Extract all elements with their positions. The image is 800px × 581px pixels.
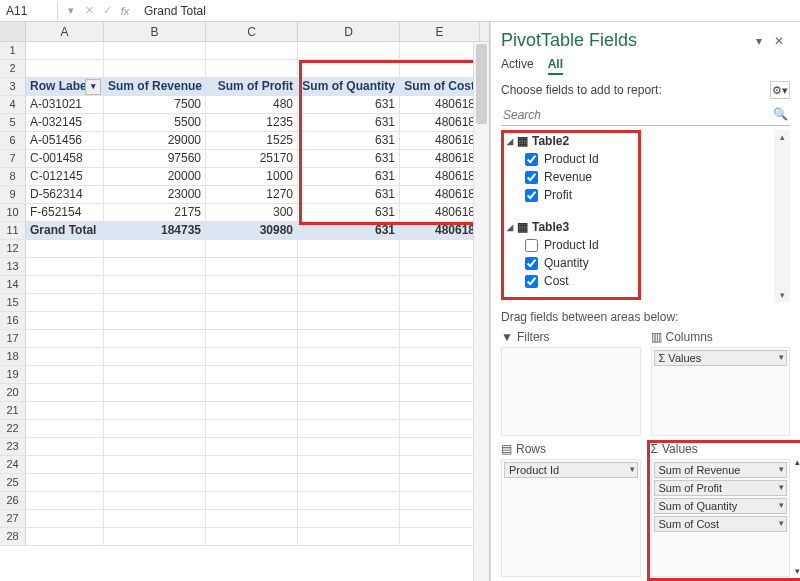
cell[interactable]: [206, 60, 298, 77]
cell[interactable]: [104, 456, 206, 473]
row-header[interactable]: 27: [0, 510, 26, 527]
cell[interactable]: [26, 474, 104, 491]
search-input[interactable]: [501, 105, 790, 126]
cell[interactable]: [206, 528, 298, 545]
field-pill[interactable]: Σ Values: [654, 350, 788, 366]
row-header[interactable]: 26: [0, 492, 26, 509]
cell[interactable]: [298, 330, 400, 347]
scrollbar-vertical[interactable]: ▴ ▾: [790, 456, 800, 578]
cell[interactable]: 631: [298, 168, 400, 185]
cell[interactable]: [104, 60, 206, 77]
cell[interactable]: 631: [298, 222, 400, 239]
cell[interactable]: 480: [206, 96, 298, 113]
row-header[interactable]: 22: [0, 420, 26, 437]
cell[interactable]: [104, 258, 206, 275]
cell[interactable]: Row Labels: [26, 78, 104, 95]
area-values[interactable]: ΣValues Sum of RevenueSum of ProfitSum o…: [651, 442, 791, 578]
cell[interactable]: [206, 330, 298, 347]
field-checkbox[interactable]: [525, 171, 538, 184]
field-checkbox[interactable]: [525, 275, 538, 288]
cell[interactable]: [298, 384, 400, 401]
cell[interactable]: [26, 42, 104, 59]
cell[interactable]: [400, 492, 480, 509]
cell[interactable]: 480618: [400, 150, 480, 167]
chevron-up-icon[interactable]: ▴: [780, 130, 785, 144]
row-header[interactable]: 17: [0, 330, 26, 347]
cell[interactable]: Sum of Quantity: [298, 78, 400, 95]
field-item[interactable]: Product Id: [525, 238, 788, 252]
cell[interactable]: [206, 42, 298, 59]
row-header[interactable]: 16: [0, 312, 26, 329]
cell[interactable]: [104, 528, 206, 545]
cell[interactable]: [104, 240, 206, 257]
cell[interactable]: 480618: [400, 204, 480, 221]
cell[interactable]: [26, 366, 104, 383]
cell[interactable]: [26, 384, 104, 401]
cell[interactable]: [104, 366, 206, 383]
row-header[interactable]: 8: [0, 168, 26, 185]
cell[interactable]: 480618: [400, 96, 480, 113]
spreadsheet-grid[interactable]: A B C D E 123Row LabelsSum of RevenueSum…: [0, 22, 490, 581]
cell[interactable]: [298, 258, 400, 275]
cell[interactable]: [400, 240, 480, 257]
row-header[interactable]: 3: [0, 78, 26, 95]
cell[interactable]: [400, 294, 480, 311]
cell[interactable]: [206, 492, 298, 509]
cell[interactable]: [206, 240, 298, 257]
cell[interactable]: 5500: [104, 114, 206, 131]
cell[interactable]: [26, 60, 104, 77]
cell[interactable]: 20000: [104, 168, 206, 185]
cell[interactable]: [104, 474, 206, 491]
row-header[interactable]: 24: [0, 456, 26, 473]
area-filters[interactable]: ▼Filters: [501, 330, 641, 436]
cell[interactable]: [206, 384, 298, 401]
cell[interactable]: [298, 294, 400, 311]
cell[interactable]: [206, 510, 298, 527]
cell[interactable]: [26, 456, 104, 473]
collapse-icon[interactable]: ◢: [507, 223, 513, 232]
cell[interactable]: [206, 474, 298, 491]
cell[interactable]: [298, 456, 400, 473]
cell[interactable]: [298, 42, 400, 59]
cell[interactable]: [206, 294, 298, 311]
close-icon[interactable]: ✕: [768, 32, 790, 50]
cell[interactable]: 631: [298, 96, 400, 113]
cell[interactable]: 1000: [206, 168, 298, 185]
row-header[interactable]: 13: [0, 258, 26, 275]
cell[interactable]: [26, 420, 104, 437]
table-header[interactable]: ◢▦Table3: [507, 220, 788, 234]
cell[interactable]: [206, 348, 298, 365]
cell[interactable]: [400, 438, 480, 455]
cell[interactable]: D-562314: [26, 186, 104, 203]
cell[interactable]: C-001458: [26, 150, 104, 167]
cell[interactable]: 30980: [206, 222, 298, 239]
cell[interactable]: [26, 240, 104, 257]
cell[interactable]: [206, 420, 298, 437]
cell[interactable]: [104, 510, 206, 527]
cell[interactable]: [400, 420, 480, 437]
scrollbar-vertical[interactable]: ▴ ▾: [774, 130, 790, 302]
row-header[interactable]: 21: [0, 402, 26, 419]
confirm-icon[interactable]: ✓: [100, 4, 114, 18]
cell[interactable]: [298, 492, 400, 509]
cell[interactable]: 480618: [400, 114, 480, 131]
row-header[interactable]: 7: [0, 150, 26, 167]
cell[interactable]: [104, 276, 206, 293]
field-item[interactable]: Profit: [525, 188, 788, 202]
cell[interactable]: Grand Total: [26, 222, 104, 239]
cell[interactable]: [206, 438, 298, 455]
cell[interactable]: [400, 510, 480, 527]
row-header[interactable]: 2: [0, 60, 26, 77]
cell[interactable]: [104, 42, 206, 59]
field-pill[interactable]: Sum of Profit: [654, 480, 788, 496]
cell[interactable]: [400, 312, 480, 329]
cell[interactable]: 2175: [104, 204, 206, 221]
row-header[interactable]: 23: [0, 438, 26, 455]
cell[interactable]: 480618: [400, 186, 480, 203]
cell[interactable]: 631: [298, 132, 400, 149]
table-header[interactable]: ◢▦Table2: [507, 134, 788, 148]
row-header[interactable]: 12: [0, 240, 26, 257]
cell[interactable]: [104, 294, 206, 311]
cell[interactable]: 631: [298, 114, 400, 131]
row-header[interactable]: 25: [0, 474, 26, 491]
